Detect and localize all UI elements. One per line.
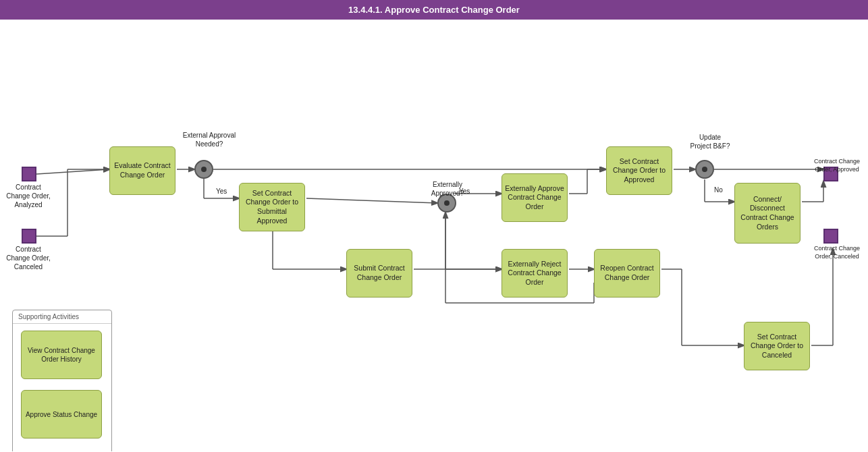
yes2-label: Yes: [459, 187, 470, 196]
gateway-update-label: Update Project B&F?: [690, 133, 730, 150]
start-event-canceled: [22, 229, 36, 244]
no1-label: No: [714, 186, 723, 194]
svg-line-0: [36, 169, 109, 174]
end-event-approved-label: Contract Change Order, Approved: [813, 158, 861, 173]
supporting-item-history[interactable]: View Contract Change Order History: [21, 331, 102, 379]
task-set-canceled[interactable]: Set Contract Change Order to Canceled: [744, 322, 810, 370]
gateway-external-label: External Approval Needed?: [182, 131, 236, 148]
task-connect[interactable]: Connect/ Disconnect Contract Change Orde…: [734, 183, 801, 244]
diagram-container: Contract Change Order, Analyzed Contract…: [0, 20, 868, 451]
task-set-submittal[interactable]: Set Contract Change Order to Submittal A…: [239, 183, 305, 231]
task-set-approved[interactable]: Set Contract Change Order to Approved: [606, 146, 672, 195]
task-submit[interactable]: Submit Contract Change Order: [346, 249, 412, 298]
supporting-activities-title: Supporting Activities: [13, 310, 111, 324]
task-reopen[interactable]: Reopen Contract Change Order: [594, 249, 660, 298]
end-event-canceled: [823, 229, 838, 244]
start-event-analyzed: [22, 167, 36, 181]
supporting-item-approve-status[interactable]: Approve Status Change: [21, 390, 102, 439]
supporting-activities-panel: Supporting Activities View Contract Chan…: [12, 310, 112, 451]
task-evaluate[interactable]: Evaluate Contract Change Order: [109, 146, 175, 195]
start-event-canceled-label: Contract Change Order, Canceled: [5, 245, 51, 271]
gateway-update-project: [695, 160, 714, 179]
yes1-label: Yes: [216, 187, 227, 196]
svg-line-8: [306, 198, 437, 203]
start-event-analyzed-label: Contract Change Order, Analyzed: [5, 183, 51, 209]
task-ext-approve[interactable]: Externally Approve Contract Change Order: [501, 173, 568, 222]
end-event-canceled-label: Contract Change Order, Canceled: [813, 245, 861, 260]
header: 13.4.4.1. Approve Contract Change Order: [0, 0, 868, 20]
task-ext-reject[interactable]: Externally Reject Contract Change Order: [501, 249, 568, 298]
gateway-external-approval: [194, 160, 213, 179]
